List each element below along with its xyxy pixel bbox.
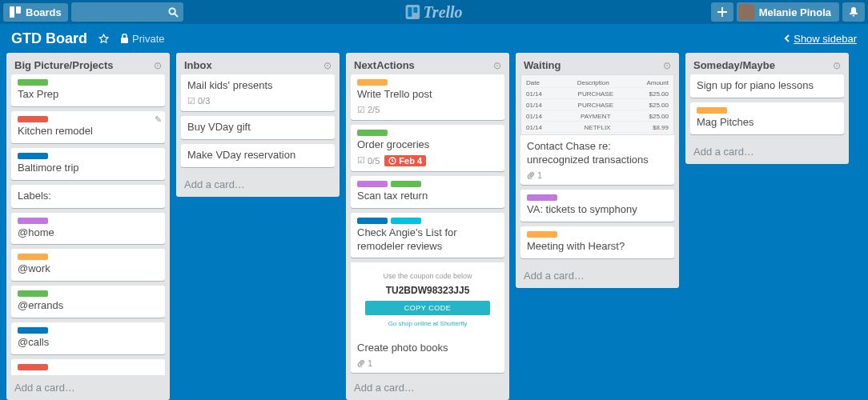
list-menu-button[interactable]: ⊙	[493, 60, 501, 71]
svg-rect-5	[408, 7, 412, 17]
list-title[interactable]: NextActions	[354, 59, 415, 71]
card[interactable]: Meeting with Hearst?	[520, 226, 674, 258]
list-title[interactable]: Waiting	[524, 59, 561, 71]
card[interactable]: Buy VDay gift	[181, 116, 335, 139]
add-button[interactable]	[711, 2, 733, 22]
label-green	[18, 79, 48, 86]
list-someday: Someday/Maybe ⊙ Sign up for piano lesson…	[685, 53, 849, 164]
label-green	[18, 290, 48, 297]
checklist-badge: ☑ 0/3	[187, 96, 210, 106]
add-card-button[interactable]: Add a card…	[176, 172, 340, 197]
card[interactable]: @work	[11, 249, 165, 281]
card[interactable]: Sign up for piano lessons	[690, 74, 844, 98]
card[interactable]: Tax Prep	[11, 74, 165, 106]
svg-rect-6	[413, 7, 417, 13]
label-blue	[357, 218, 388, 224]
attachment-badge: 1	[357, 358, 372, 368]
boards-icon	[10, 6, 21, 18]
card[interactable]: @home	[11, 213, 165, 245]
card[interactable]: Mag Pitches	[690, 102, 844, 134]
svg-rect-7	[121, 38, 128, 43]
due-badge: Feb 4	[384, 155, 426, 166]
card[interactable]: @errands	[11, 286, 165, 318]
label-purple	[357, 181, 388, 187]
search-input[interactable]	[71, 2, 183, 22]
list-menu-button[interactable]: ⊙	[323, 60, 332, 71]
search-icon	[168, 7, 179, 18]
card[interactable]: @calls	[11, 322, 165, 354]
svg-rect-1	[16, 6, 21, 14]
card[interactable]: ✎ Kitchen remodel	[11, 111, 165, 143]
label-orange	[357, 79, 388, 86]
boards-button[interactable]: Boards	[3, 3, 68, 22]
label-red	[18, 116, 48, 122]
trello-logo-icon	[405, 5, 420, 19]
card[interactable]: Labels:	[11, 185, 165, 208]
svg-line-3	[175, 14, 178, 17]
board-header: GTD Board Private Show sidebar	[0, 24, 868, 53]
label-blue	[18, 327, 48, 334]
card[interactable]: Check Angie's List for remodeler reviews	[351, 213, 504, 258]
user-menu-button[interactable]: Melanie Pinola	[737, 2, 839, 22]
boards-label: Boards	[26, 6, 62, 18]
card[interactable]: !urgent	[11, 359, 165, 375]
list-next-actions: NextActions ⊙ Write Trello post ☑ 2/5 Or…	[346, 53, 509, 400]
lock-icon	[120, 34, 129, 43]
visibility-button[interactable]: Private	[120, 33, 164, 45]
paperclip-icon	[527, 171, 535, 179]
label-sky	[391, 218, 421, 224]
chevron-left-icon	[784, 34, 790, 42]
svg-rect-0	[10, 6, 14, 18]
pencil-icon[interactable]: ✎	[155, 114, 162, 125]
label-green	[357, 130, 388, 136]
checklist-badge: ☑ 0/5	[357, 155, 380, 166]
checklist-badge: ☑ 2/5	[357, 105, 380, 115]
label-orange	[697, 107, 727, 114]
card[interactable]: VA: tickets to symphony	[520, 190, 674, 222]
attachment-badge: 1	[527, 170, 542, 180]
list-big-picture: Big Picture/Projects ⊙ Tax Prep ✎ Kitche…	[6, 53, 170, 400]
list-waiting: Waiting ⊙ DateDescriptionAmount 01/14PUR…	[516, 53, 679, 288]
notifications-button[interactable]	[842, 2, 865, 22]
avatar	[738, 4, 754, 20]
trello-logo[interactable]: Trello	[405, 3, 462, 22]
star-button[interactable]	[98, 34, 109, 44]
svg-point-2	[169, 8, 175, 14]
label-purple	[527, 194, 557, 201]
card[interactable]: Write Trello post ☑ 2/5	[351, 74, 504, 120]
card[interactable]: Mail kids' presents ☑ 0/3	[181, 74, 335, 111]
list-inbox: Inbox ⊙ Mail kids' presents ☑ 0/3 Buy VD…	[176, 53, 340, 197]
board-title[interactable]: GTD Board	[11, 30, 87, 47]
show-sidebar-button[interactable]: Show sidebar	[784, 33, 857, 45]
list-menu-button[interactable]: ⊙	[154, 60, 162, 71]
topbar: Boards Trello Melanie Pinola	[0, 0, 868, 24]
card[interactable]: Scan tax return	[351, 176, 504, 208]
add-card-button[interactable]: Add a card…	[685, 139, 849, 164]
list-title[interactable]: Someday/Maybe	[693, 59, 775, 71]
card[interactable]: Use the coupon code below TU2BDW98323JJ5…	[351, 262, 504, 373]
plus-icon	[717, 6, 728, 18]
bell-icon	[848, 6, 859, 18]
list-menu-button[interactable]: ⊙	[833, 60, 841, 71]
card[interactable]: Baltimore trip	[11, 148, 165, 180]
label-blue	[18, 153, 48, 159]
label-green	[391, 181, 421, 187]
card[interactable]: Make VDay reservation	[181, 144, 335, 167]
card[interactable]: DateDescriptionAmount 01/14PURCHASE$25.0…	[520, 74, 674, 185]
label-red	[18, 364, 48, 370]
label-orange	[18, 254, 48, 260]
card-cover: DateDescriptionAmount 01/14PURCHASE$25.0…	[520, 74, 674, 135]
card[interactable]: Order groceries ☑ 0/5 Feb 4	[351, 125, 504, 171]
list-title[interactable]: Inbox	[184, 59, 212, 71]
add-card-button[interactable]: Add a card…	[346, 375, 509, 400]
list-title[interactable]: Big Picture/Projects	[14, 59, 114, 71]
label-purple	[18, 218, 48, 224]
clock-icon	[388, 157, 396, 165]
list-menu-button[interactable]: ⊙	[663, 60, 671, 71]
board-canvas: Big Picture/Projects ⊙ Tax Prep ✎ Kitche…	[0, 53, 868, 400]
add-card-button[interactable]: Add a card…	[6, 375, 170, 400]
user-name: Melanie Pinola	[759, 6, 831, 18]
paperclip-icon	[357, 359, 365, 367]
svg-rect-4	[405, 5, 420, 19]
add-card-button[interactable]: Add a card…	[516, 263, 679, 288]
